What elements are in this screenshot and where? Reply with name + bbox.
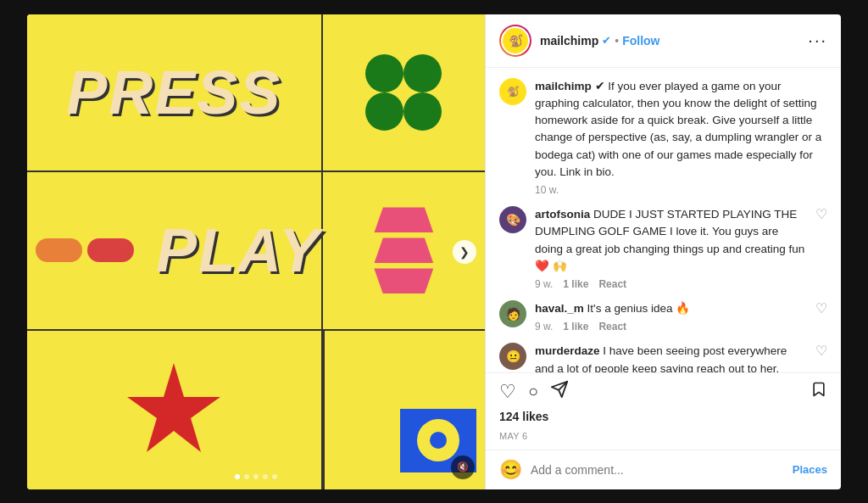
- caption-verified: ✔: [595, 80, 609, 92]
- main-caption: 🐒 mailchimp ✔ If you ever played a game …: [499, 78, 827, 197]
- haval-comment-row: 🧑 haval._m It's a genius idea 🔥 9 w. 1 l…: [499, 300, 827, 333]
- instagram-post: PRESS PLAY: [27, 14, 841, 489]
- haval-react[interactable]: React: [598, 321, 626, 333]
- artofsonia-likes: 1 like: [563, 278, 588, 290]
- dot-1: [235, 474, 240, 479]
- artofsonia-comment-body: artofsonia DUDE I JUST STARTED PLAYING T…: [535, 206, 807, 290]
- artofsonia-comment-text: artofsonia DUDE I JUST STARTED PLAYING T…: [535, 208, 804, 272]
- dot-3: [253, 474, 259, 479]
- dot-4: [263, 474, 268, 479]
- artofsonia-avatar-img: 🎨: [499, 206, 526, 233]
- post-date: MAY 6: [499, 431, 528, 441]
- clover-leaf-br: [403, 92, 442, 131]
- comment-button[interactable]: ○: [528, 382, 538, 401]
- comment-row: 🎨 artofsonia DUDE I JUST STARTED PLAYING…: [499, 206, 827, 290]
- likes-count[interactable]: 124 likes: [499, 410, 548, 423]
- orange-pill: [36, 238, 82, 262]
- clover-cell: [323, 14, 485, 173]
- more-options-button[interactable]: ···: [808, 31, 827, 50]
- trapezoid-2: [374, 238, 433, 263]
- mute-button[interactable]: 🔇: [451, 455, 475, 479]
- bookmark-button[interactable]: [810, 380, 827, 404]
- murderdaze-avatar-img: 😐: [499, 343, 526, 370]
- star-icon: [123, 359, 225, 461]
- dot-5: [272, 474, 277, 479]
- murderdaze-heart-icon[interactable]: ♡: [815, 343, 827, 359]
- header-name-row: mailchimp ✔ • Follow: [540, 34, 808, 48]
- share-button[interactable]: [550, 380, 569, 403]
- haval-likes: 1 like: [563, 321, 588, 333]
- yellow-circle: [417, 419, 459, 461]
- post-image: PRESS PLAY: [27, 14, 485, 489]
- send-icon: [550, 380, 569, 399]
- murderdaze-comment-row: 😐 murderdaze I have been seeing post eve…: [499, 343, 827, 372]
- haval-avatar-img: 🧑: [499, 300, 526, 327]
- places-button[interactable]: Places: [793, 463, 827, 476]
- haval-comment-body: haval._m It's a genius idea 🔥 9 w. 1 lik…: [535, 300, 807, 333]
- haval-username[interactable]: haval._m: [535, 302, 584, 315]
- date-section: MAY 6: [486, 428, 841, 450]
- header-info: mailchimp ✔ • Follow: [540, 34, 808, 48]
- press-text: PRESS: [66, 58, 281, 127]
- clover-leaf-bl: [365, 92, 403, 131]
- haval-time: 9 w.: [535, 321, 553, 333]
- dot-2: [244, 474, 249, 479]
- mute-icon: 🔇: [457, 461, 469, 472]
- dot-separator: •: [615, 34, 619, 48]
- play-left-cell: PLAY: [27, 172, 323, 331]
- caption-time: 10 w.: [535, 184, 559, 196]
- play-text: PLAY: [156, 215, 321, 285]
- haval-comment-text: haval._m It's a genius idea 🔥: [535, 302, 690, 315]
- artofsonia-heart-icon[interactable]: ♡: [815, 206, 827, 222]
- caption-text: mailchimp ✔ If you ever played a game on…: [535, 80, 821, 178]
- clover-leaf-tl: [365, 54, 403, 92]
- add-comment-bar: 😊 Places: [486, 450, 841, 489]
- clover-icon: [365, 54, 442, 131]
- svg-marker-0: [127, 363, 220, 452]
- caption-body: mailchimp ✔ If you ever played a game on…: [535, 78, 827, 197]
- verified-badge: ✔: [602, 34, 611, 47]
- haval-text: It's a genius idea 🔥: [587, 302, 691, 315]
- trapezoid-3: [374, 268, 433, 293]
- comment-input[interactable]: [531, 463, 784, 477]
- follow-button[interactable]: Follow: [622, 34, 659, 48]
- caption-username[interactable]: mailchimp: [535, 80, 592, 92]
- likes-section: 124 likes: [486, 407, 841, 428]
- avatar-gradient-ring: 🐒: [499, 25, 531, 57]
- murderdaze-avatar[interactable]: 😐: [499, 343, 526, 370]
- navigation-dots: [235, 474, 277, 479]
- murderdaze-comment-body: murderdaze I have been seeing post every…: [535, 343, 807, 372]
- haval-avatar[interactable]: 🧑: [499, 300, 526, 327]
- artofsonia-react[interactable]: React: [598, 278, 626, 290]
- artofsonia-username[interactable]: artofsonia: [535, 208, 590, 221]
- header-username[interactable]: mailchimp: [540, 34, 598, 48]
- caption-content: If you ever played a game on your graphi…: [535, 80, 821, 178]
- post-content: 🐒 mailchimp ✔ • Follow ··· 🐒 mailc: [485, 14, 841, 489]
- trapezoid-1: [374, 207, 433, 232]
- heart-button[interactable]: ♡: [499, 381, 516, 403]
- mailchimp-avatar[interactable]: 🐒: [503, 28, 528, 53]
- emoji-button[interactable]: 😊: [499, 459, 522, 481]
- caption-meta: 10 w.: [535, 184, 827, 196]
- press-cell: PRESS: [27, 14, 323, 173]
- murderdaze-username[interactable]: murderdaze: [535, 344, 600, 357]
- post-header: 🐒 mailchimp ✔ • Follow ···: [486, 14, 841, 68]
- bookmark-icon-svg: [810, 380, 827, 399]
- image-grid: PRESS PLAY: [27, 14, 485, 489]
- artofsonia-avatar[interactable]: 🎨: [499, 206, 526, 233]
- clover-leaf-tr: [403, 54, 442, 92]
- next-button[interactable]: ❯: [453, 240, 476, 264]
- caption-avatar: 🐒: [499, 78, 526, 105]
- murderdaze-comment-text: murderdaze I have been seeing post every…: [535, 344, 787, 372]
- actions-bar: ♡ ○: [486, 372, 841, 407]
- artofsonia-meta: 9 w. 1 like React: [535, 278, 807, 290]
- chevron-right-icon: ❯: [459, 245, 470, 259]
- red-pill: [87, 238, 134, 262]
- artofsonia-time: 9 w.: [535, 278, 553, 290]
- haval-heart-icon[interactable]: ♡: [815, 300, 827, 316]
- star-cell: [27, 331, 323, 489]
- avatar-inner: 🐒: [501, 26, 530, 55]
- inner-circle: [430, 432, 447, 449]
- haval-meta: 9 w. 1 like React: [535, 321, 807, 333]
- comments-area: 🐒 mailchimp ✔ If you ever played a game …: [486, 68, 841, 372]
